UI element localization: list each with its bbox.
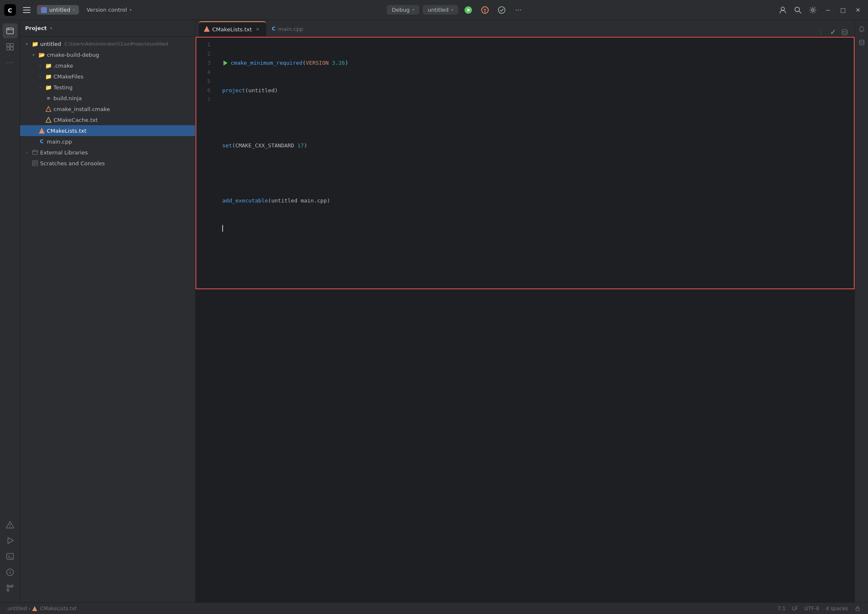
code-area[interactable]: cmake_minimum_required(VERSION 3.26) pro… — [216, 37, 855, 602]
sidebar-icon-more[interactable]: ··· — [3, 55, 18, 70]
tree-item-external-libs-arrow: › — [23, 149, 30, 156]
tree-item-main-cpp[interactable]: › C main.cpp — [20, 136, 195, 147]
tree-item-cmake-install-icon — [45, 106, 52, 112]
tree-item-cmakecache-label: CMakeCache.txt — [53, 117, 98, 123]
svg-point-11 — [795, 7, 799, 12]
right-icon-db[interactable] — [856, 37, 868, 48]
svg-rect-15 — [7, 43, 10, 46]
right-icon-notifications[interactable] — [856, 23, 868, 35]
project-panel-chevron: ▾ — [50, 26, 52, 30]
breadcrumb[interactable]: untitled › CMakeLists.txt — [5, 605, 79, 612]
settings-button[interactable] — [806, 3, 820, 17]
tree-item-cmake[interactable]: › 📁 .cmake — [20, 60, 195, 71]
encoding[interactable]: UTF-8 — [802, 605, 822, 612]
tree-item-cmakefiles-icon: 📁 — [45, 73, 52, 80]
project-panel-header: Project ▾ — [20, 20, 195, 37]
project-selector[interactable]: untitled ▾ — [37, 5, 79, 15]
svg-point-20 — [10, 527, 10, 528]
svg-point-13 — [812, 9, 814, 11]
position-label: 7:1 — [777, 606, 785, 611]
editor-tab-cmakelists[interactable]: CMakeLists.txt ✕ — [199, 21, 266, 36]
code-line-5 — [222, 169, 848, 178]
sidebar-icon-terminal[interactable] — [3, 549, 18, 564]
svg-marker-32 — [39, 128, 45, 134]
tree-item-build-ninja[interactable]: › ≡ build.ninja — [20, 93, 195, 104]
main-area: ··· — [0, 20, 868, 602]
project-dropdown-icon: ▾ — [73, 8, 75, 12]
editor-tabs-right: ⋮ ✓ — [815, 28, 851, 36]
tree-root-folder-icon: 📁 — [32, 40, 38, 47]
minimize-button[interactable]: − — [821, 3, 835, 17]
tree-item-scratches-icon — [32, 160, 38, 167]
maximize-button[interactable]: □ — [836, 3, 850, 17]
code-fn-cmake-min: cmake_minimum_required — [231, 58, 302, 68]
editor-container: 1 2 3 4 5 6 7 cmake_minimu — [195, 37, 855, 602]
cpp-tab-icon: C — [272, 26, 276, 32]
tree-root-item[interactable]: ▾ 📁 untitled C:\Users\Administrator\CLio… — [20, 38, 195, 49]
tree-item-testing[interactable]: › 📁 Testing — [20, 82, 195, 93]
sidebar-icon-run[interactable] — [3, 533, 18, 548]
svg-rect-16 — [10, 43, 13, 46]
tree-item-external-libs[interactable]: › External Libraries — [20, 147, 195, 158]
tree-item-cmake-build-debug-icon: 📂 — [38, 51, 45, 58]
run-configuration-selector[interactable]: untitled ▾ — [423, 5, 458, 15]
indent-style[interactable]: 4 spaces — [823, 605, 850, 612]
debug-configuration-selector[interactable]: Debug ▾ — [387, 5, 419, 15]
tree-item-cmake-build-debug[interactable]: ▾ 📂 cmake-build-debug — [20, 49, 195, 60]
close-button[interactable]: ✕ — [851, 3, 865, 17]
right-sidebar — [855, 20, 868, 602]
tree-item-main-cpp-icon: C — [38, 138, 45, 145]
app-logo: C — [3, 3, 17, 17]
tab-more-button[interactable]: ⋮ — [815, 29, 827, 35]
project-name: untitled — [49, 7, 70, 13]
svg-text:C: C — [8, 7, 12, 14]
more-actions-button[interactable]: ⋯ — [512, 3, 525, 17]
breadcrumb-file: CMakeLists.txt — [32, 606, 76, 611]
search-everywhere-button[interactable] — [791, 3, 805, 17]
debug-button[interactable] — [478, 3, 492, 17]
tree-item-build-ninja-icon: ≡ — [45, 95, 52, 101]
cmake-tab-icon — [204, 26, 210, 33]
tree-item-cmake-install-label: cmake_install.cmake — [53, 106, 110, 112]
editor-content[interactable]: 1 2 3 4 5 6 7 cmake_minimu — [195, 37, 855, 602]
vcs-button[interactable]: Version control ▾ — [82, 5, 136, 15]
editor-tab-main-cpp[interactable]: C main.cpp — [267, 21, 308, 36]
sidebar-icon-warnings[interactable] — [3, 517, 18, 532]
database-icon[interactable] — [840, 29, 850, 35]
file-status-check: ✓ — [827, 28, 840, 36]
run-button[interactable] — [462, 3, 475, 17]
tree-item-cmake-install[interactable]: › cmake_install.cmake — [20, 104, 195, 114]
coverage-button[interactable] — [495, 3, 508, 17]
project-dot — [41, 7, 47, 13]
svg-marker-38 — [204, 26, 210, 32]
read-write-icon[interactable] — [852, 605, 863, 612]
tree-item-cmakecache[interactable]: › CMakeCache.txt — [20, 114, 195, 125]
run-gutter-icon[interactable] — [222, 60, 228, 66]
svg-marker-30 — [46, 106, 51, 111]
profile-button[interactable] — [776, 3, 789, 17]
sidebar-icon-project[interactable] — [3, 23, 18, 38]
debug-dropdown-icon: ▾ — [412, 8, 414, 12]
cmake-tab-close[interactable]: ✕ — [254, 26, 261, 33]
cursor-position[interactable]: 7:1 — [775, 605, 788, 612]
tree-item-cmakelists[interactable]: › CMakeLists.txt — [20, 125, 195, 136]
line-ending[interactable]: LF — [790, 605, 801, 612]
sidebar-icon-git[interactable] — [3, 581, 18, 596]
hamburger-button[interactable] — [20, 3, 33, 17]
tree-item-testing-icon: 📁 — [45, 84, 52, 91]
svg-marker-31 — [46, 117, 51, 122]
tree-item-main-cpp-label: main.cpp — [47, 139, 72, 145]
svg-point-10 — [781, 7, 784, 10]
sidebar-icon-info[interactable] — [3, 565, 18, 580]
svg-point-39 — [842, 29, 847, 31]
tree-item-scratches[interactable]: › Scratches and Consoles — [20, 158, 195, 169]
code-line-4: set(CMAKE_CXX_STANDARD 17) — [222, 141, 848, 150]
cmake-tab-label: CMakeLists.txt — [212, 26, 252, 33]
more-dots: ⋯ — [515, 6, 522, 14]
titlebar: C untitled ▾ Version control ▾ Debug ▾ u… — [0, 0, 868, 20]
indent-label: 4 spaces — [826, 606, 848, 611]
svg-point-26 — [10, 571, 10, 571]
tree-root-label: untitled — [40, 41, 61, 47]
sidebar-icon-structure[interactable] — [3, 39, 18, 54]
tree-item-cmakefiles[interactable]: › 📁 CMakeFiles — [20, 71, 195, 82]
